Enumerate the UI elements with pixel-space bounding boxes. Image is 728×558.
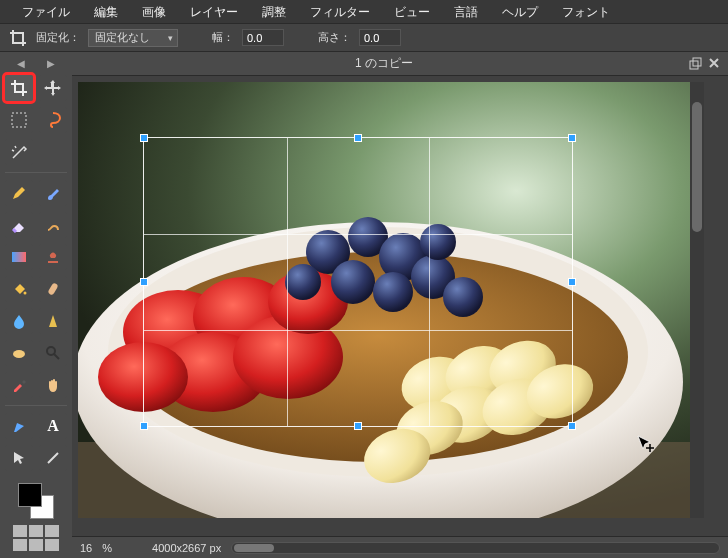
width-input[interactable] — [242, 29, 284, 46]
menu-filter[interactable]: フィルター — [298, 0, 382, 24]
tool-hand[interactable] — [39, 372, 67, 398]
fix-mode-dropdown[interactable]: 固定化なし — [88, 29, 178, 47]
tool-wand[interactable] — [5, 139, 33, 165]
tool-pencil[interactable] — [5, 180, 33, 206]
crop-handle-br[interactable] — [568, 422, 576, 430]
tool-eraser[interactable] — [5, 212, 33, 238]
canvas[interactable] — [78, 82, 704, 518]
vertical-scrollbar[interactable] — [690, 82, 704, 518]
document-title[interactable]: 1 のコピー — [80, 55, 688, 72]
svg-rect-3 — [47, 282, 58, 295]
menu-adjust[interactable]: 調整 — [250, 0, 298, 24]
menu-help[interactable]: ヘルプ — [490, 0, 550, 24]
options-bar: 固定化： 固定化なし 幅： 高さ： — [0, 24, 728, 52]
layout-grid-icon[interactable] — [13, 525, 59, 551]
menu-edit[interactable]: 編集 — [82, 0, 130, 24]
tool-line[interactable] — [39, 445, 67, 471]
tool-type[interactable]: A — [39, 413, 67, 439]
tool-lasso[interactable] — [39, 107, 67, 133]
svg-point-2 — [24, 292, 27, 295]
menu-lang[interactable]: 言語 — [442, 0, 490, 24]
tool-pen[interactable] — [5, 413, 33, 439]
menu-layer[interactable]: レイヤー — [178, 0, 250, 24]
tool-brush[interactable] — [39, 180, 67, 206]
width-label: 幅： — [212, 30, 234, 45]
zoom-value[interactable]: 16 — [80, 542, 92, 554]
crop-handle-tm[interactable] — [354, 134, 362, 142]
image-dimensions: 4000x2667 px — [152, 542, 221, 554]
crop-icon — [8, 28, 28, 48]
tool-heal[interactable] — [39, 276, 67, 302]
tool-crop[interactable] — [5, 75, 33, 101]
toolbox: ◀ ▶ — [0, 52, 72, 558]
toolbox-collapse-left-icon[interactable]: ◀ — [17, 58, 25, 69]
document-tabbar: 1 のコピー — [72, 52, 728, 76]
horizontal-scrollbar[interactable] — [231, 542, 720, 554]
svg-rect-0 — [12, 113, 26, 127]
tool-bucket[interactable] — [5, 276, 33, 302]
zoom-unit: % — [102, 542, 112, 554]
fg-color-swatch[interactable] — [18, 483, 42, 507]
tool-smudge[interactable] — [39, 212, 67, 238]
tool-blur[interactable] — [5, 308, 33, 334]
crop-handle-tr[interactable] — [568, 134, 576, 142]
canvas-area: 1 のコピー — [72, 52, 728, 558]
crop-handle-tl[interactable] — [140, 134, 148, 142]
crop-handle-bl[interactable] — [140, 422, 148, 430]
cursor-icon — [636, 434, 652, 450]
svg-point-4 — [13, 350, 25, 358]
toolbox-collapse-right-icon[interactable]: ▶ — [47, 58, 55, 69]
fix-label: 固定化： — [36, 30, 80, 45]
tool-pointer[interactable] — [5, 445, 33, 471]
tool-sharpen[interactable] — [39, 308, 67, 334]
color-swatches[interactable] — [18, 483, 54, 519]
tool-eyedrop[interactable] — [5, 372, 33, 398]
tool-dodge[interactable] — [39, 340, 67, 366]
tool-stamp[interactable] — [39, 244, 67, 270]
menu-image[interactable]: 画像 — [130, 0, 178, 24]
horizontal-scrollbar-thumb[interactable] — [234, 544, 274, 552]
crop-handle-bm[interactable] — [354, 422, 362, 430]
crop-selection[interactable] — [143, 137, 573, 427]
tool-gradient[interactable] — [5, 244, 33, 270]
svg-rect-7 — [690, 61, 698, 69]
svg-point-5 — [47, 347, 55, 355]
menu-font[interactable]: フォント — [550, 0, 622, 24]
crop-handle-ml[interactable] — [140, 278, 148, 286]
height-input[interactable] — [359, 29, 401, 46]
statusbar: 16 % 4000x2667 px — [72, 536, 728, 558]
tool-sponge[interactable] — [5, 340, 33, 366]
vertical-scrollbar-thumb[interactable] — [692, 102, 702, 232]
popout-icon[interactable] — [688, 57, 702, 71]
height-label: 高さ： — [318, 30, 351, 45]
menu-view[interactable]: ビュー — [382, 0, 442, 24]
crop-handle-mr[interactable] — [568, 278, 576, 286]
tool-marquee[interactable] — [5, 107, 33, 133]
tool-move[interactable] — [39, 75, 67, 101]
svg-rect-1 — [12, 252, 26, 262]
svg-line-6 — [48, 453, 58, 463]
close-icon[interactable] — [708, 57, 720, 71]
svg-rect-8 — [693, 58, 701, 66]
menu-file[interactable]: ファイル — [10, 0, 82, 24]
menubar: ファイル 編集 画像 レイヤー 調整 フィルター ビュー 言語 ヘルプ フォント — [0, 0, 728, 24]
